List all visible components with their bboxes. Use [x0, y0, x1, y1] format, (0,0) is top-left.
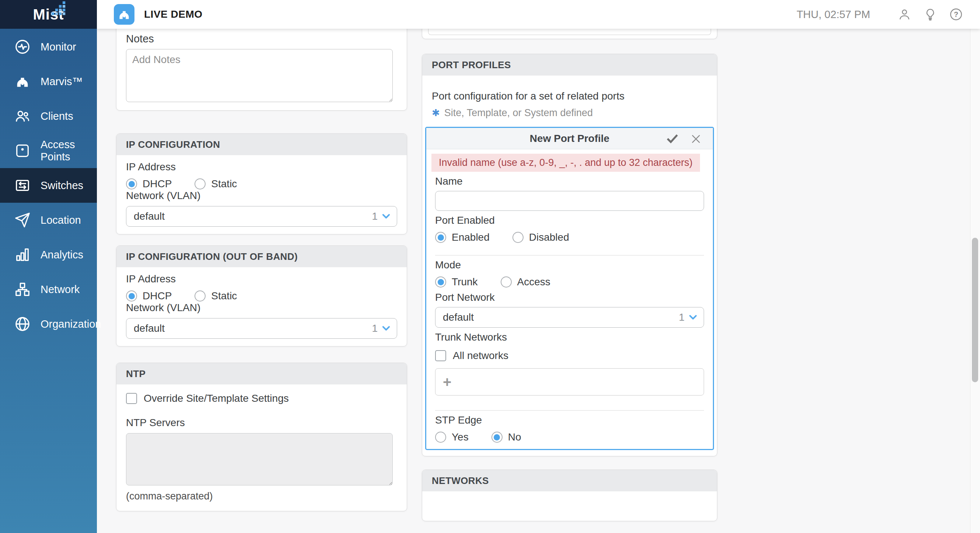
svg-text:?: ?: [954, 10, 958, 18]
scrollbar-thumb[interactable]: [972, 238, 978, 382]
sidebar-item-monitor[interactable]: Monitor: [0, 29, 97, 64]
radio-no[interactable]: No: [492, 431, 521, 443]
sidebar-item-clients[interactable]: Clients: [0, 99, 97, 133]
port-profiles-description: Port configuration for a set of related …: [422, 75, 717, 102]
main-content: Notes IP CONFIGURATION IP Address DHCP S…: [97, 29, 980, 533]
notes-textarea[interactable]: [126, 49, 393, 102]
port-network-select[interactable]: default 1: [435, 307, 704, 328]
name-label: Name: [435, 176, 704, 187]
override-settings-checkbox[interactable]: [126, 393, 137, 404]
ip-address-label: IP Address: [126, 161, 397, 173]
override-settings-checkbox-row[interactable]: Override Site/Template Settings: [126, 393, 397, 404]
port-network-label: Port Network: [435, 292, 704, 303]
plus-icon: +: [443, 375, 451, 389]
all-networks-checkbox-row[interactable]: All networks: [435, 350, 704, 362]
sidebar-item-access-points[interactable]: Access Points: [0, 133, 97, 168]
name-input[interactable]: [435, 191, 704, 211]
ntp-hint: (comma-separated): [126, 491, 397, 502]
sidebar-item-label: Monitor: [41, 41, 76, 53]
sidebar-item-analytics[interactable]: Analytics: [0, 238, 97, 272]
port-enabled-label: Port Enabled: [435, 214, 704, 226]
network-icon: [14, 281, 31, 298]
radio-disabled[interactable]: Disabled: [512, 231, 569, 243]
validation-error: Invalid name (use a-z, 0-9, _, -, . and …: [431, 154, 700, 172]
radio-static[interactable]: Static: [194, 178, 237, 190]
radio-dhcp-oob[interactable]: DHCP: [126, 290, 172, 302]
org-logo-icon: [114, 4, 134, 25]
top-bar: LIVE DEMO THU, 02:57 PM ?: [97, 0, 980, 29]
chevron-down-icon: [380, 323, 391, 334]
org-name: LIVE DEMO: [144, 8, 203, 20]
sidebar-item-label: Clients: [41, 110, 73, 122]
close-icon[interactable]: [689, 132, 703, 145]
divider: [435, 410, 704, 411]
trunk-networks-label: Trunk Networks: [435, 331, 704, 343]
port-profiles-card: PORT PROFILES Port configuration for a s…: [422, 54, 718, 456]
all-networks-checkbox[interactable]: [435, 350, 446, 361]
notes-label: Notes: [126, 33, 397, 45]
sidebar-item-label: Network: [41, 284, 80, 295]
mist-squares-icon: [52, 0, 67, 17]
chevron-down-icon: [687, 312, 698, 323]
divider: [435, 255, 704, 255]
sidebar-nav: Monitor Marvis™ Clients: [0, 29, 97, 342]
ntp-servers-textarea: [126, 433, 393, 485]
sidebar-item-label: Marvis™: [41, 75, 83, 88]
confirm-check-button[interactable]: [666, 132, 679, 145]
clipped-card-above: [422, 29, 718, 39]
sidebar-item-label: Organization: [41, 318, 101, 330]
account-icon[interactable]: [897, 6, 912, 22]
ip-address-radio-group: DHCP Static: [126, 178, 397, 190]
radio-enabled[interactable]: Enabled: [435, 231, 490, 243]
radio-trunk[interactable]: Trunk: [435, 276, 478, 288]
ntp-card: NTP Override Site/Template Settings NTP …: [116, 363, 407, 511]
ip-configuration-card: IP CONFIGURATION IP Address DHCP Static: [116, 133, 407, 235]
sidebar-item-switches[interactable]: Switches: [0, 168, 97, 203]
sidebar-item-label: Analytics: [41, 249, 83, 261]
clients-icon: [14, 108, 31, 124]
mist-logo: Mist: [0, 0, 97, 29]
ip-address-oob-radio-group: DHCP Static: [126, 290, 397, 302]
sidebar-item-label: Access Points: [41, 139, 97, 163]
network-vlan-label: Network (VLAN): [126, 190, 397, 202]
clock: THU, 02:57 PM: [797, 8, 870, 21]
clipped-input: [428, 29, 711, 35]
sidebar-item-organization[interactable]: Organization: [0, 307, 97, 342]
networks-card: NETWORKS: [422, 469, 718, 521]
radio-static-oob[interactable]: Static: [194, 290, 237, 302]
ntp-servers-label: NTP Servers: [126, 417, 397, 429]
lightbulb-icon[interactable]: [923, 6, 938, 22]
stp-edge-radio-group: Yes No: [435, 431, 704, 443]
marvis-icon: [14, 73, 31, 90]
add-trunk-network-box[interactable]: +: [435, 368, 704, 396]
defined-asterisk-icon: ✱: [432, 107, 440, 119]
notes-card: Notes: [116, 29, 407, 110]
access-points-icon: [14, 142, 31, 159]
section-header: NTP: [116, 363, 407, 385]
section-header: NETWORKS: [422, 470, 717, 492]
sidebar-item-location[interactable]: Location: [0, 203, 97, 238]
stp-edge-label: STP Edge: [435, 414, 704, 426]
radio-access[interactable]: Access: [501, 276, 550, 288]
section-header: PORT PROFILES: [422, 54, 717, 75]
network-vlan-select[interactable]: default 1: [126, 206, 397, 227]
network-vlan-oob-select[interactable]: default 1: [126, 318, 397, 339]
sidebar: Mist Monitor Marvis™: [0, 0, 97, 533]
org-switcher[interactable]: LIVE DEMO: [114, 4, 203, 25]
port-enabled-radio-group: Enabled Disabled: [435, 231, 704, 243]
sidebar-item-label: Switches: [41, 180, 83, 191]
section-header: IP CONFIGURATION (OUT OF BAND): [116, 246, 407, 267]
new-port-profile-dialog: New Port Profile Invalid name (use a-z, …: [425, 127, 714, 450]
organization-icon: [14, 316, 31, 332]
ip-configuration-oob-card: IP CONFIGURATION (OUT OF BAND) IP Addres…: [116, 246, 407, 346]
chevron-down-icon: [380, 211, 391, 222]
mode-label: Mode: [435, 259, 704, 271]
sidebar-item-label: Location: [41, 214, 81, 226]
help-icon[interactable]: ?: [948, 6, 964, 22]
radio-yes[interactable]: Yes: [435, 431, 469, 443]
network-vlan-oob-label: Network (VLAN): [126, 302, 397, 314]
port-profiles-legend: ✱ Site, Template, or System defined: [422, 102, 717, 119]
sidebar-item-marvis[interactable]: Marvis™: [0, 64, 97, 99]
sidebar-item-network[interactable]: Network: [0, 272, 97, 307]
radio-dhcp[interactable]: DHCP: [126, 178, 172, 190]
